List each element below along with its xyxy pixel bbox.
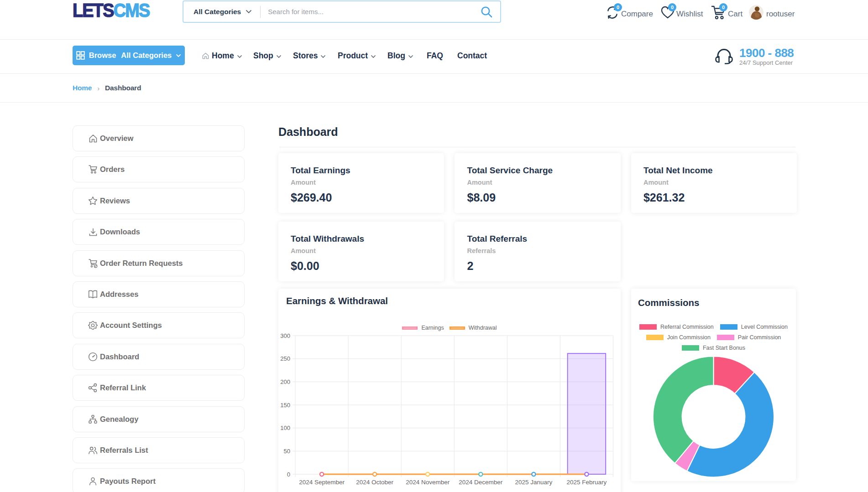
sidebar-item-downloads[interactable]: Downloads bbox=[73, 219, 245, 245]
stat-card-total-referrals: Total Referrals Referrals 2 bbox=[455, 222, 620, 281]
sidebar-item-label: Overview bbox=[100, 134, 133, 143]
sidebar-item-overview[interactable]: Overview bbox=[73, 125, 245, 151]
nav-item-label: Product bbox=[338, 51, 368, 61]
brand-logo-part2: CMS bbox=[114, 0, 150, 21]
compare-label: Compare bbox=[621, 10, 653, 19]
breadcrumb-current: Dashboard bbox=[105, 84, 141, 92]
nav-item-stores[interactable]: Stores bbox=[293, 51, 326, 61]
svg-text:2024 October: 2024 October bbox=[356, 479, 393, 486]
top-header: LETSCMS All Categories 0 Compare 0 W bbox=[0, 0, 868, 40]
chevron-down-icon bbox=[246, 10, 252, 14]
chart-title: Commissions bbox=[638, 297, 699, 308]
stat-sublabel: Amount bbox=[291, 179, 432, 186]
stat-title: Total Withdrawals bbox=[291, 234, 432, 244]
nav-item-product[interactable]: Product bbox=[338, 51, 376, 61]
cart-return-icon bbox=[88, 259, 98, 268]
stat-card-total-net-income: Total Net Income Amount $261.32 bbox=[631, 153, 797, 213]
legend-label: Fast Start Bonus bbox=[703, 345, 745, 351]
legend-item[interactable]: Fast Start Bonus bbox=[682, 345, 745, 351]
hierarchy-icon bbox=[88, 414, 98, 424]
book-icon bbox=[88, 290, 98, 299]
sidebar-item-orders[interactable]: Orders bbox=[73, 156, 245, 182]
stat-value: $261.32 bbox=[643, 191, 785, 204]
search-icon bbox=[480, 5, 493, 18]
title-divider bbox=[279, 147, 795, 147]
support-subtitle: 24/7 Support Center bbox=[739, 59, 796, 66]
sidebar-item-reviews[interactable]: Reviews bbox=[73, 188, 245, 214]
svg-text:100: 100 bbox=[280, 425, 290, 431]
sidebar-item-genealogy[interactable]: Genealogy bbox=[73, 406, 245, 432]
sidebar-item-addresses[interactable]: Addresses bbox=[73, 281, 245, 307]
sidebar-item-dashboard[interactable]: Dashboard bbox=[73, 344, 245, 370]
search-category-dropdown[interactable]: All Categories bbox=[183, 8, 260, 16]
browse-all-categories-button[interactable]: BrowseAll Categories bbox=[73, 46, 185, 65]
nav-item-blog[interactable]: Blog bbox=[387, 51, 413, 61]
svg-text:2025 February: 2025 February bbox=[567, 479, 607, 486]
chevron-down-icon bbox=[276, 55, 282, 58]
main-nav: BrowseAll Categories Home Shop Stores Pr… bbox=[0, 40, 868, 74]
sidebar-item-label: Orders bbox=[100, 165, 125, 174]
home-icon bbox=[202, 52, 209, 59]
svg-text:150: 150 bbox=[280, 402, 290, 409]
grid-icon bbox=[76, 51, 85, 60]
gauge-icon bbox=[88, 352, 98, 362]
commissions-card: Commissions Referral CommissionLevel Com… bbox=[631, 289, 796, 481]
chevron-down-icon bbox=[408, 55, 413, 58]
legend-label: Pair Commission bbox=[738, 334, 781, 341]
legend-item[interactable]: Join Commission bbox=[646, 334, 711, 341]
stat-value: $0.00 bbox=[291, 259, 432, 273]
chevron-down-icon bbox=[371, 55, 376, 58]
wishlist-count-badge: 0 bbox=[668, 3, 676, 11]
sidebar-item-account-settings[interactable]: Account Settings bbox=[73, 312, 245, 338]
stat-sublabel: Referrals bbox=[467, 247, 608, 254]
sidebar-item-referral-link[interactable]: Referral Link bbox=[73, 375, 245, 401]
sidebar-item-label: Account Settings bbox=[100, 321, 162, 330]
legend-swatch bbox=[646, 335, 664, 340]
brand-logo[interactable]: LETSCMS bbox=[73, 0, 149, 21]
headset-icon bbox=[715, 47, 733, 66]
svg-text:250: 250 bbox=[280, 355, 290, 362]
legend-row: Join CommissionPair Commission bbox=[631, 334, 796, 341]
legend-item[interactable]: Pair Commission bbox=[717, 334, 781, 341]
house-icon bbox=[88, 134, 98, 143]
account-sidebar: Overview Orders Reviews Downloads Order … bbox=[73, 125, 245, 492]
stat-sublabel: Amount bbox=[467, 179, 608, 186]
search-button[interactable] bbox=[477, 5, 500, 18]
legend-swatch bbox=[720, 324, 737, 330]
sidebar-item-referrals-list[interactable]: Referrals List bbox=[73, 437, 245, 463]
nav-item-shop[interactable]: Shop bbox=[253, 51, 282, 61]
legend-swatch bbox=[717, 335, 734, 340]
sidebar-item-label: Genealogy bbox=[100, 415, 138, 424]
support-center[interactable]: 1900 - 888 24/7 Support Center bbox=[715, 47, 733, 66]
legend-item[interactable]: Referral Commission bbox=[639, 324, 714, 330]
sidebar-item-label: Reviews bbox=[100, 197, 130, 205]
nav-item-label: Stores bbox=[293, 51, 318, 61]
browse-label: Browse bbox=[89, 51, 116, 60]
nav-item-home[interactable]: Home bbox=[202, 51, 242, 61]
legend-label: Referral Commission bbox=[660, 324, 714, 330]
legend-item[interactable]: Level Commission bbox=[720, 324, 788, 330]
stat-title: Total Net Income bbox=[643, 166, 785, 176]
sidebar-item-label: Dashboard bbox=[100, 352, 139, 361]
nav-item-label: Contact bbox=[457, 51, 487, 61]
sidebar-item-label: Downloads bbox=[100, 228, 140, 236]
commissions-donut-chart bbox=[631, 355, 796, 481]
sidebar-item-label: Addresses bbox=[100, 290, 138, 299]
svg-text:50: 50 bbox=[284, 448, 290, 455]
sidebar-item-payouts-report[interactable]: Payouts Report bbox=[73, 468, 245, 492]
search-input[interactable] bbox=[261, 8, 477, 16]
user-label: rootuser bbox=[766, 10, 795, 19]
stats-grid: Total Earnings Amount $269.40 Total Serv… bbox=[278, 153, 797, 281]
people-icon bbox=[88, 445, 98, 455]
chevron-down-icon bbox=[320, 55, 326, 58]
sidebar-item-order-return-requests[interactable]: Order Return Requests bbox=[73, 250, 245, 276]
nav-item-faq[interactable]: FAQ bbox=[427, 51, 443, 61]
brand-logo-part1: LETS bbox=[73, 0, 114, 21]
browse-label-2: All Categories bbox=[121, 51, 172, 60]
legend-label: Join Commission bbox=[667, 334, 711, 341]
stat-value: $8.09 bbox=[467, 191, 608, 204]
breadcrumb-home-link[interactable]: Home bbox=[73, 84, 92, 92]
sidebar-item-label: Referral Link bbox=[100, 383, 146, 392]
page-title: Dashboard bbox=[278, 125, 338, 139]
nav-item-contact[interactable]: Contact bbox=[457, 51, 487, 61]
